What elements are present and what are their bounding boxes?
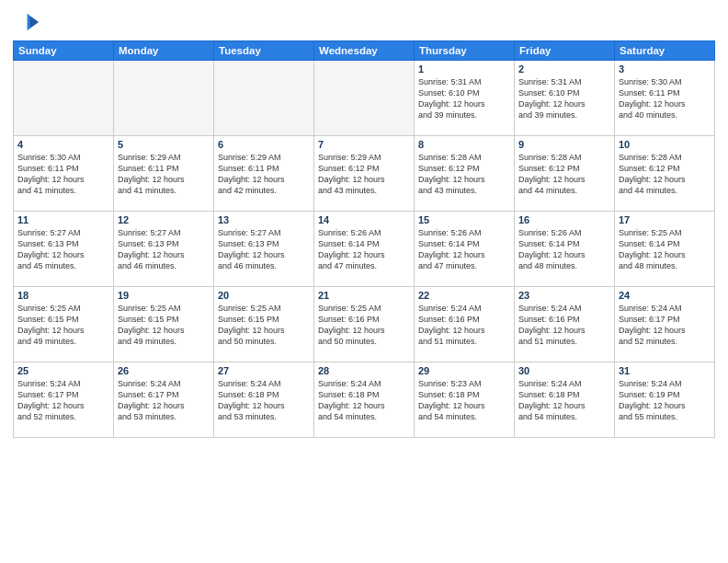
calendar-cell: 23Sunrise: 5:24 AMSunset: 6:16 PMDayligh… — [515, 287, 615, 362]
day-number: 29 — [418, 365, 510, 376]
day-number: 22 — [418, 290, 510, 301]
cell-content: Sunrise: 5:29 AMSunset: 6:11 PMDaylight:… — [118, 152, 210, 197]
day-number: 9 — [518, 139, 610, 150]
calendar-cell: 26Sunrise: 5:24 AMSunset: 6:17 PMDayligh… — [114, 362, 214, 438]
page: SundayMondayTuesdayWednesdayThursdayFrid… — [0, 0, 728, 563]
weekday-header-thursday: Thursday — [415, 41, 515, 61]
calendar-cell: 3Sunrise: 5:30 AMSunset: 6:11 PMDaylight… — [615, 61, 715, 136]
day-number: 16 — [518, 214, 610, 225]
day-number: 24 — [619, 290, 711, 301]
cell-content: Sunrise: 5:28 AMSunset: 6:12 PMDaylight:… — [418, 152, 510, 197]
calendar-cell: 20Sunrise: 5:25 AMSunset: 6:15 PMDayligh… — [214, 287, 314, 362]
day-number: 21 — [318, 290, 410, 301]
cell-content: Sunrise: 5:27 AMSunset: 6:13 PMDaylight:… — [218, 227, 310, 272]
day-number: 8 — [418, 139, 510, 150]
calendar-cell: 2Sunrise: 5:31 AMSunset: 6:10 PMDaylight… — [515, 61, 615, 136]
cell-content: Sunrise: 5:25 AMSunset: 6:15 PMDaylight:… — [17, 303, 109, 348]
day-number: 13 — [218, 214, 310, 225]
weekday-header-monday: Monday — [114, 41, 214, 61]
calendar-cell: 15Sunrise: 5:26 AMSunset: 6:14 PMDayligh… — [415, 212, 515, 287]
logo — [13, 9, 42, 35]
header — [13, 9, 715, 35]
cell-content: Sunrise: 5:27 AMSunset: 6:13 PMDaylight:… — [118, 227, 210, 272]
day-number: 4 — [17, 139, 109, 150]
day-number: 30 — [518, 365, 610, 376]
weekday-header-tuesday: Tuesday — [214, 41, 314, 61]
weekday-header-saturday: Saturday — [615, 41, 715, 61]
calendar-cell: 14Sunrise: 5:26 AMSunset: 6:14 PMDayligh… — [314, 212, 415, 287]
calendar-cell: 8Sunrise: 5:28 AMSunset: 6:12 PMDaylight… — [415, 136, 515, 212]
calendar-cell: 12Sunrise: 5:27 AMSunset: 6:13 PMDayligh… — [114, 212, 214, 287]
day-number: 19 — [118, 290, 210, 301]
day-number: 10 — [619, 139, 711, 150]
day-number: 1 — [418, 63, 510, 75]
cell-content: Sunrise: 5:24 AMSunset: 6:18 PMDaylight:… — [518, 378, 610, 423]
day-number: 7 — [318, 139, 410, 150]
calendar-cell: 30Sunrise: 5:24 AMSunset: 6:18 PMDayligh… — [515, 362, 615, 438]
cell-content: Sunrise: 5:26 AMSunset: 6:14 PMDaylight:… — [318, 227, 410, 272]
day-number: 20 — [218, 290, 310, 301]
calendar-cell: 17Sunrise: 5:25 AMSunset: 6:14 PMDayligh… — [615, 212, 715, 287]
cell-content: Sunrise: 5:28 AMSunset: 6:12 PMDaylight:… — [518, 152, 610, 197]
cell-content: Sunrise: 5:25 AMSunset: 6:16 PMDaylight:… — [318, 303, 410, 348]
calendar-cell: 21Sunrise: 5:25 AMSunset: 6:16 PMDayligh… — [314, 287, 415, 362]
calendar-cell: 1Sunrise: 5:31 AMSunset: 6:10 PMDaylight… — [415, 61, 515, 136]
day-number: 26 — [118, 365, 210, 376]
calendar-week-row: 25Sunrise: 5:24 AMSunset: 6:17 PMDayligh… — [14, 362, 715, 438]
calendar-cell: 13Sunrise: 5:27 AMSunset: 6:13 PMDayligh… — [214, 212, 314, 287]
calendar-cell: 7Sunrise: 5:29 AMSunset: 6:12 PMDaylight… — [314, 136, 415, 212]
day-number: 15 — [418, 214, 510, 225]
day-number: 25 — [17, 365, 109, 376]
calendar-week-row: 18Sunrise: 5:25 AMSunset: 6:15 PMDayligh… — [14, 287, 715, 362]
calendar-cell: 22Sunrise: 5:24 AMSunset: 6:16 PMDayligh… — [415, 287, 515, 362]
cell-content: Sunrise: 5:25 AMSunset: 6:15 PMDaylight:… — [218, 303, 310, 348]
cell-content: Sunrise: 5:31 AMSunset: 6:10 PMDaylight:… — [518, 76, 610, 121]
cell-content: Sunrise: 5:23 AMSunset: 6:18 PMDaylight:… — [418, 378, 510, 423]
day-number: 5 — [118, 139, 210, 150]
cell-content: Sunrise: 5:26 AMSunset: 6:14 PMDaylight:… — [418, 227, 510, 272]
day-number: 2 — [518, 63, 610, 75]
cell-content: Sunrise: 5:24 AMSunset: 6:16 PMDaylight:… — [418, 303, 510, 348]
cell-content: Sunrise: 5:31 AMSunset: 6:10 PMDaylight:… — [418, 76, 510, 121]
day-number: 18 — [17, 290, 109, 301]
day-number: 28 — [318, 365, 410, 376]
calendar-cell: 31Sunrise: 5:24 AMSunset: 6:19 PMDayligh… — [615, 362, 715, 438]
cell-content: Sunrise: 5:24 AMSunset: 6:18 PMDaylight:… — [318, 378, 410, 423]
day-number: 11 — [17, 214, 109, 225]
calendar-cell: 5Sunrise: 5:29 AMSunset: 6:11 PMDaylight… — [114, 136, 214, 212]
calendar-cell: 16Sunrise: 5:26 AMSunset: 6:14 PMDayligh… — [515, 212, 615, 287]
cell-content: Sunrise: 5:29 AMSunset: 6:12 PMDaylight:… — [318, 152, 410, 197]
cell-content: Sunrise: 5:24 AMSunset: 6:17 PMDaylight:… — [118, 378, 210, 423]
calendar-week-row: 1Sunrise: 5:31 AMSunset: 6:10 PMDaylight… — [14, 61, 715, 136]
day-number: 17 — [619, 214, 711, 225]
cell-content: Sunrise: 5:24 AMSunset: 6:17 PMDaylight:… — [17, 378, 109, 423]
cell-content: Sunrise: 5:29 AMSunset: 6:11 PMDaylight:… — [218, 152, 310, 197]
calendar-cell: 9Sunrise: 5:28 AMSunset: 6:12 PMDaylight… — [515, 136, 615, 212]
calendar-cell — [314, 61, 415, 136]
logo-icon — [13, 9, 39, 35]
day-number: 23 — [518, 290, 610, 301]
calendar-week-row: 4Sunrise: 5:30 AMSunset: 6:11 PMDaylight… — [14, 136, 715, 212]
calendar-cell: 24Sunrise: 5:24 AMSunset: 6:17 PMDayligh… — [615, 287, 715, 362]
calendar-cell: 18Sunrise: 5:25 AMSunset: 6:15 PMDayligh… — [14, 287, 114, 362]
cell-content: Sunrise: 5:26 AMSunset: 6:14 PMDaylight:… — [518, 227, 610, 272]
calendar-cell — [114, 61, 214, 136]
cell-content: Sunrise: 5:30 AMSunset: 6:11 PMDaylight:… — [17, 152, 109, 197]
calendar-cell: 19Sunrise: 5:25 AMSunset: 6:15 PMDayligh… — [114, 287, 214, 362]
calendar-cell — [14, 61, 114, 136]
cell-content: Sunrise: 5:24 AMSunset: 6:17 PMDaylight:… — [619, 303, 711, 348]
cell-content: Sunrise: 5:25 AMSunset: 6:15 PMDaylight:… — [118, 303, 210, 348]
calendar-cell: 28Sunrise: 5:24 AMSunset: 6:18 PMDayligh… — [314, 362, 415, 438]
calendar-cell: 29Sunrise: 5:23 AMSunset: 6:18 PMDayligh… — [415, 362, 515, 438]
calendar-cell: 25Sunrise: 5:24 AMSunset: 6:17 PMDayligh… — [14, 362, 114, 438]
calendar-table: SundayMondayTuesdayWednesdayThursdayFrid… — [13, 40, 715, 438]
cell-content: Sunrise: 5:27 AMSunset: 6:13 PMDaylight:… — [17, 227, 109, 272]
calendar-cell: 6Sunrise: 5:29 AMSunset: 6:11 PMDaylight… — [214, 136, 314, 212]
cell-content: Sunrise: 5:24 AMSunset: 6:19 PMDaylight:… — [619, 378, 711, 423]
cell-content: Sunrise: 5:24 AMSunset: 6:18 PMDaylight:… — [218, 378, 310, 423]
calendar-cell: 4Sunrise: 5:30 AMSunset: 6:11 PMDaylight… — [14, 136, 114, 212]
weekday-header-friday: Friday — [515, 41, 615, 61]
weekday-header-sunday: Sunday — [14, 41, 114, 61]
day-number: 12 — [118, 214, 210, 225]
calendar-week-row: 11Sunrise: 5:27 AMSunset: 6:13 PMDayligh… — [14, 212, 715, 287]
